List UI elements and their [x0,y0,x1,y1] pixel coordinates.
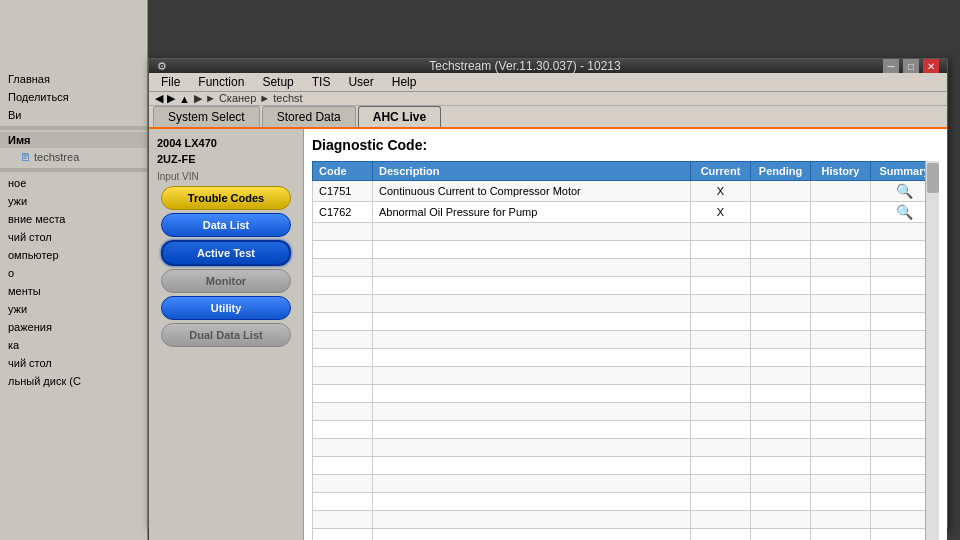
cell-history [811,202,871,223]
cell-empty [313,385,373,403]
monitor-button[interactable]: Monitor [161,269,291,293]
cell-empty [313,313,373,331]
nav-noe[interactable]: ное [0,174,147,192]
tab-system-select[interactable]: System Select [153,106,260,127]
dual-data-list-button[interactable]: Dual Data List [161,323,291,347]
nav-disk[interactable]: льный диск (С [0,372,147,390]
cell-empty [373,493,691,511]
cell-current: X [691,181,751,202]
cell-empty [751,277,811,295]
cell-history [811,181,871,202]
cell-empty [313,403,373,421]
cell-empty [691,349,751,367]
table-body: C1751 Continuous Current to Compressor M… [313,181,939,541]
nav-vi[interactable]: Ви [0,106,147,124]
col-current: Current [691,162,751,181]
cell-empty [811,331,871,349]
scrollbar[interactable] [925,161,939,540]
cell-empty [811,439,871,457]
cell-empty [313,493,373,511]
cell-empty [751,457,811,475]
vehicle-engine: 2UZ-FE [153,153,299,165]
menu-setup[interactable]: Setup [254,73,301,91]
tab-stored-data[interactable]: Stored Data [262,106,356,127]
file-icon: 🖹 [20,151,31,163]
table-row[interactable]: C1762 Abnormal Oil Pressure for Pump X 🔍 [313,202,939,223]
nav-uzhi2[interactable]: ужи [0,300,147,318]
nav-o[interactable]: о [0,264,147,282]
cell-desc: Continuous Current to Compressor Motor [373,181,691,202]
table-row-empty [313,277,939,295]
forward-icon[interactable]: ▶ [167,92,175,105]
cell-empty [313,475,373,493]
cell-empty [751,259,811,277]
cell-empty [313,421,373,439]
nav-vniemesta[interactable]: вние места [0,210,147,228]
cell-empty [313,259,373,277]
scrollbar-thumb[interactable] [927,163,939,193]
nav-ka[interactable]: ка [0,336,147,354]
cell-empty [691,439,751,457]
cell-empty [373,403,691,421]
nav-menty[interactable]: менты [0,282,147,300]
cell-empty [691,421,751,439]
nav-computer[interactable]: омпьютер [0,246,147,264]
cell-empty [751,241,811,259]
cell-empty [373,439,691,457]
nav-glavnaya[interactable]: Главная [0,70,147,88]
summary-icon[interactable]: 🔍 [896,204,913,220]
cell-empty [373,223,691,241]
menu-help[interactable]: Help [384,73,425,91]
back-icon[interactable]: ◀ [155,92,163,105]
main-area: 2004 LX470 2UZ-FE Input VIN Trouble Code… [149,129,947,540]
cell-empty [751,475,811,493]
window-controls: ─ □ ✕ [883,59,939,73]
menu-user[interactable]: User [340,73,381,91]
summary-icon[interactable]: 🔍 [896,183,913,199]
minimize-button[interactable]: ─ [883,59,899,73]
table-row-empty [313,349,939,367]
nav-chistol2[interactable]: чий стол [0,354,147,372]
menu-function[interactable]: Function [190,73,252,91]
cell-empty [751,349,811,367]
table-row-empty [313,475,939,493]
breadcrumb-up-icon[interactable]: ▲ [179,93,190,105]
cell-empty [691,223,751,241]
menu-file[interactable]: File [153,73,188,91]
table-row-empty [313,313,939,331]
cell-empty [751,421,811,439]
cell-empty [811,295,871,313]
cell-empty [811,493,871,511]
cell-desc: Abnormal Oil Pressure for Pump [373,202,691,223]
maximize-button[interactable]: □ [903,59,919,73]
cell-empty [313,295,373,313]
cell-empty [811,475,871,493]
cell-empty [811,457,871,475]
cell-empty [811,277,871,295]
tab-ahc-live[interactable]: AHC Live [358,106,441,127]
cell-empty [811,385,871,403]
nav-razheniya[interactable]: ражения [0,318,147,336]
table-row-empty [313,421,939,439]
nav-podelit[interactable]: Поделиться [0,88,147,106]
active-test-button[interactable]: Active Test [161,240,291,266]
nav-chistol[interactable]: чий стол [0,228,147,246]
trouble-codes-button[interactable]: Trouble Codes [161,186,291,210]
cell-empty [373,385,691,403]
function-sidebar: 2004 LX470 2UZ-FE Input VIN Trouble Code… [149,129,304,540]
nav-techstream[interactable]: 🖹techstrea [0,148,147,166]
cell-empty [313,457,373,475]
cell-empty [691,457,751,475]
cell-empty [751,367,811,385]
techstream-window: ⚙ Techstream (Ver.11.30.037) - 10213 ─ □… [148,58,948,528]
cell-empty [373,241,691,259]
nav-uzhi[interactable]: ужи [0,192,147,210]
data-list-button[interactable]: Data List [161,213,291,237]
cell-empty [811,529,871,541]
cell-empty [811,223,871,241]
table-row[interactable]: C1751 Continuous Current to Compressor M… [313,181,939,202]
cell-empty [811,403,871,421]
close-button[interactable]: ✕ [923,59,939,73]
utility-button[interactable]: Utility [161,296,291,320]
menu-tis[interactable]: TIS [304,73,339,91]
